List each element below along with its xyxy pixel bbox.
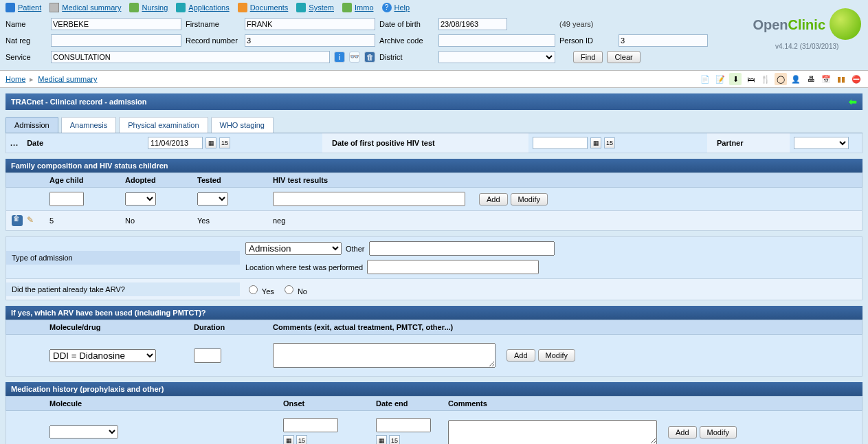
doc-icon[interactable]: 📄 [699, 73, 711, 85]
barcode-icon[interactable]: ▮▮ [835, 73, 847, 85]
arv-modify-button[interactable]: Modify [538, 349, 575, 362]
delete-row-icon[interactable] [12, 215, 23, 226]
family-modify-button[interactable]: Modify [511, 193, 548, 206]
arv-comments-input[interactable] [273, 343, 496, 368]
name-input[interactable] [51, 18, 181, 30]
location-input[interactable] [367, 260, 539, 274]
arv-yes-option[interactable]: Yes [245, 283, 274, 296]
family-add-button[interactable]: Add [479, 193, 508, 206]
h-arv-duration: Duration [188, 320, 267, 334]
menu-nursing[interactable]: Nursing [129, 3, 168, 12]
arv-no-option[interactable]: No [281, 283, 307, 296]
calendar-icon-onset[interactable]: ▦ [283, 435, 294, 444]
med-add-button[interactable]: Add [668, 426, 697, 439]
today-icon-end[interactable]: 15 [389, 435, 400, 444]
calendar-icon[interactable]: ▦ [205, 137, 216, 148]
today-icon-onset[interactable]: 15 [296, 435, 307, 444]
menu-help[interactable]: ?Help [382, 3, 410, 12]
menu-immo[interactable]: Immo [342, 3, 374, 12]
user-icon[interactable]: 👤 [790, 73, 802, 85]
brand-b: Clinic [788, 17, 825, 32]
archive-input[interactable] [438, 34, 555, 47]
other-input[interactable] [369, 241, 555, 256]
arv-duration-input[interactable] [194, 348, 221, 363]
clear-button[interactable]: Clear [607, 51, 640, 63]
recordnum-input[interactable] [245, 34, 375, 47]
natreg-input[interactable] [51, 34, 181, 47]
district-label: District [379, 53, 434, 61]
firstname-input[interactable] [245, 18, 375, 30]
panel-title: TRACnet - Clinical record - admission [11, 98, 146, 106]
menu-applications-label[interactable]: Applications [188, 3, 229, 12]
tab-who[interactable]: WHO staging [211, 117, 274, 133]
meal-icon[interactable]: 🍴 [759, 73, 772, 85]
med-modify-button[interactable]: Modify [700, 426, 737, 439]
menu-system[interactable]: System [296, 3, 334, 12]
menu-applications[interactable]: Applications [176, 3, 229, 12]
menu-system-label[interactable]: System [309, 3, 334, 12]
today-icon[interactable]: 15 [219, 137, 230, 148]
med-onset-input[interactable] [283, 418, 338, 432]
admission-type-select[interactable]: Admission [245, 242, 342, 255]
more-icon[interactable]: ... [10, 139, 19, 147]
h-med-end: Date end [370, 397, 443, 410]
binoculars-icon[interactable]: 👓 [349, 52, 360, 63]
tab-anamnesis[interactable]: Anamnesis [61, 117, 116, 133]
med-molecule-select[interactable] [49, 425, 118, 439]
tab-physical[interactable]: Physical examination [119, 117, 208, 133]
edit-doc-icon[interactable]: 📝 [714, 73, 726, 85]
recordnum-label: Record number [186, 36, 241, 45]
tab-admission[interactable]: Admission [5, 117, 58, 133]
schedule-icon[interactable]: 📅 [820, 73, 832, 85]
info-icon[interactable]: i [334, 52, 345, 63]
export-icon[interactable]: ⬇ [729, 73, 742, 85]
menu-medical-summary[interactable]: Medical summary [49, 3, 121, 12]
menu-help-label[interactable]: Help [394, 3, 410, 12]
personid-input[interactable] [619, 34, 708, 47]
medhist-input-row: ▦ 15 ▦ 15 Add Modify [5, 411, 863, 444]
family-input-row: Add Modify [5, 188, 863, 211]
menu-patient[interactable]: Patient [5, 3, 41, 12]
family-section-header: Family composition and HIV status childr… [5, 159, 863, 173]
arv-yes-radio[interactable] [249, 285, 258, 294]
partner-select[interactable] [794, 137, 849, 149]
district-select[interactable] [438, 51, 555, 63]
delete-service-icon[interactable]: 🗑 [364, 52, 375, 63]
med-comments-input[interactable] [448, 420, 657, 445]
applications-icon [176, 3, 186, 12]
age-input[interactable] [49, 192, 84, 206]
menu-documents[interactable]: Documents [238, 3, 289, 12]
service-input[interactable] [51, 51, 330, 63]
crumb-home[interactable]: Home [5, 75, 25, 83]
calendar-icon-2[interactable]: ▦ [590, 137, 601, 148]
arv-no-radio[interactable] [285, 285, 293, 294]
print-icon[interactable]: 🖶 [805, 73, 817, 85]
adopted-select[interactable] [125, 192, 156, 206]
results-input[interactable] [273, 192, 465, 206]
clock-icon[interactable]: ◯ [775, 73, 787, 85]
med-end-input[interactable] [376, 418, 431, 432]
arv-add-button[interactable]: Add [507, 349, 535, 362]
calendar-icon-end[interactable]: ▦ [376, 435, 387, 444]
menu-documents-label[interactable]: Documents [250, 3, 289, 12]
date-input[interactable] [148, 137, 203, 149]
today-icon-2[interactable]: 15 [604, 137, 615, 148]
find-button[interactable]: Find [573, 51, 603, 63]
dob-input[interactable] [438, 18, 507, 30]
menu-medical-summary-label[interactable]: Medical summary [62, 3, 121, 12]
arv-question-row: Did the patient already take ARV? Yes No [5, 279, 863, 300]
crumb-medical-summary[interactable]: Medical summary [38, 75, 97, 83]
stop-icon[interactable]: ⛔ [850, 73, 863, 85]
arv-molecule-select[interactable]: DDI = Didanosine [49, 349, 156, 362]
back-arrow-icon[interactable]: ⬅ [849, 96, 857, 107]
brand-a: Open [753, 17, 788, 32]
menu-nursing-label[interactable]: Nursing [142, 3, 168, 12]
edit-row-icon[interactable] [27, 215, 38, 226]
tested-select[interactable] [197, 192, 228, 206]
bed-icon[interactable]: 🛏 [744, 73, 757, 85]
menu-patient-label[interactable]: Patient [18, 3, 41, 12]
family-data-row: 5 No Yes neg [5, 211, 863, 231]
first-hiv-input[interactable] [533, 137, 588, 149]
menu-immo-label[interactable]: Immo [355, 3, 374, 12]
arv-headers: Molecule/drug Duration Comments (exit, a… [5, 320, 863, 335]
